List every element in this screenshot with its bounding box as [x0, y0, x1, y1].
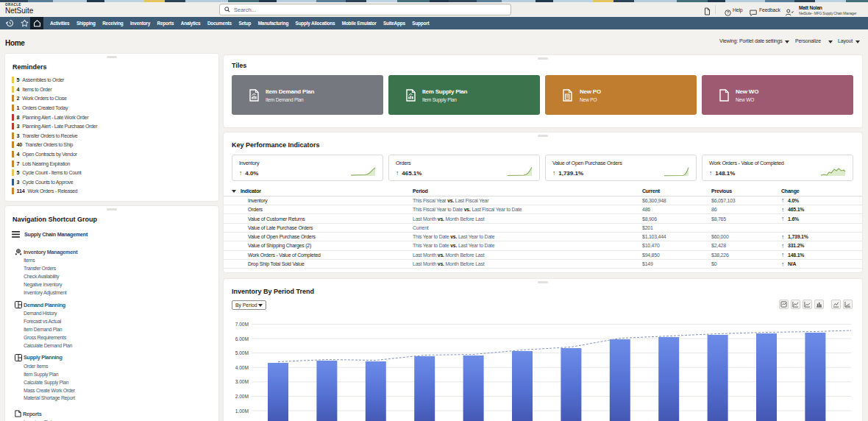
svg-text:1.00M: 1.00M	[235, 408, 249, 414]
svg-text:?: ?	[727, 10, 729, 15]
svg-text:2.00M: 2.00M	[235, 394, 249, 399]
svg-text:3.00M: 3.00M	[235, 379, 249, 384]
svg-text:6.00M: 6.00M	[235, 336, 249, 342]
svg-text:7.00M: 7.00M	[235, 322, 249, 327]
svg-text:5.00M: 5.00M	[235, 350, 249, 355]
svg-text:4.00M: 4.00M	[235, 365, 249, 370]
